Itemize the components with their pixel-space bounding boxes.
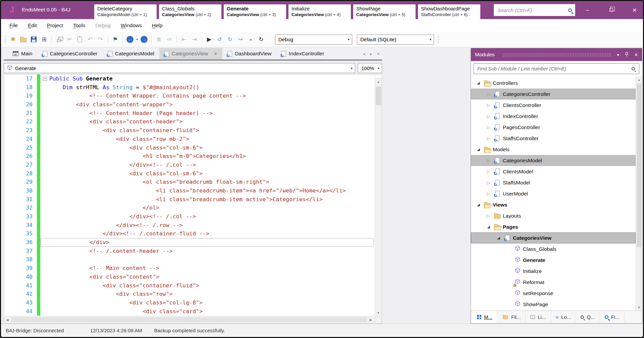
navigate-back-dropdown[interactable]: ▾ [136,38,138,41]
tree-scroll-up-button[interactable]: ▲ [636,76,642,83]
doc-tab-indexcontroller[interactable]: ↻IndexController [276,48,329,59]
tool-tab-files[interactable]: Fil... [497,311,526,323]
quick-access-tab[interactable]: Class_GlobalsCategoriesView (ctrl + 2) [159,4,221,19]
scroll-left-button[interactable]: ◀ [4,316,11,323]
find-sub-module-input[interactable]: Find Sub / Module / Line number (Ctrl+E) [474,63,639,74]
pin-icon[interactable] [625,52,629,58]
indent-button[interactable]: ⇥ [190,35,199,44]
collapsed-arrow-icon[interactable]: ▷ [484,158,493,163]
quick-access-tab[interactable]: InitializeCategoriesView (ctrl + 4) [288,4,351,19]
menu-file[interactable]: File [4,19,23,32]
expanded-arrow-icon[interactable]: ◢ [474,147,483,152]
run-button[interactable]: ▶ [205,35,214,44]
doc-tab-categoriescontroller[interactable]: ↻CategoriesController [38,48,103,59]
tree-scroll-thumb[interactable] [637,83,641,247]
collapsed-arrow-icon[interactable]: ▷ [484,180,493,185]
tree-item-clientsmodel[interactable]: ▷↻ClientsModel [471,166,636,177]
tool-tab-libraries[interactable]: Li... [526,311,551,323]
tab-scroll-right-button[interactable]: ▸ [370,51,372,56]
build-config-dropdown[interactable]: Default (SQLite)▾ [357,35,434,45]
tree-item-staffscontroller[interactable]: ▷↻StaffsController [471,133,636,144]
tree-item-views[interactable]: ◢Views [471,199,636,210]
duplicate-window-button[interactable] [54,35,63,44]
tool-tab-logs[interactable]: ≡Lo... [551,311,576,323]
collapsed-arrow-icon[interactable]: ▷ [484,114,493,119]
collapsed-arrow-icon[interactable]: ▷ [484,191,493,196]
scroll-right-button[interactable]: ▶ [368,316,374,323]
quick-access-tab[interactable]: ShowPageCategoriesView (ctrl + 5) [353,4,416,19]
menu-help[interactable]: Help [147,19,168,32]
tree-item-layouts[interactable]: ▷Layouts [471,210,636,221]
expanded-arrow-icon[interactable]: ◢ [474,203,483,207]
tree-item-controllers[interactable]: ◢Controllers [471,77,636,89]
zoom-dropdown[interactable]: 100% ▾ [358,63,382,73]
tree-item-showpage[interactable]: ShowPage [471,299,636,310]
tree-item-initialize[interactable]: Initialize [471,266,636,277]
toolbar-grip[interactable] [4,35,6,44]
quick-access-tab[interactable]: ShowDashboardPageStaffsController (ctrl … [418,4,480,19]
tab-list-dropdown-button[interactable]: ▾ [377,51,379,56]
minimize-button[interactable]: – [583,7,592,13]
scroll-down-button[interactable]: ▼ [375,309,382,316]
pause-button[interactable]: ↻ [225,35,234,44]
menu-project[interactable]: Project [42,19,68,32]
smart-string-button[interactable]: ≔ [165,35,174,44]
tree-item-pagescontroller[interactable]: ▷↻PagesController [471,122,636,133]
debug-mode-dropdown[interactable]: Debug▾ [275,35,352,45]
menu-tools[interactable]: Tools [68,19,90,32]
restart-button[interactable]: ↻ [257,35,266,44]
collapsed-arrow-icon[interactable]: ▷ [484,103,493,108]
tree-item-models[interactable]: ◢Models [471,144,636,155]
collapsed-arrow-icon[interactable]: ▷ [484,125,493,130]
code-editor[interactable]: 17−Public Sub Generate18 Dim strHTML As … [4,74,375,316]
restore-button[interactable] [607,7,615,13]
quick-access-tab[interactable]: DeleteCategoryCategoriesModel (ctrl + 1) [94,4,157,19]
tree-scroll-down-button[interactable]: ▼ [636,304,642,311]
expanded-arrow-icon[interactable]: ◢ [474,81,483,85]
package-button[interactable]: ⊞ [40,35,49,44]
resume-button[interactable]: ↺ [215,35,224,44]
sub-selector-dropdown[interactable]: Generate ▾ [4,63,355,73]
tree-item-setresponse[interactable]: setResponse [471,288,636,299]
collapsed-arrow-icon[interactable]: ▷ [484,213,493,218]
search-icon[interactable] [568,8,572,12]
outdent-button[interactable]: ⇤ [179,35,189,44]
tree-item-staffsmodel[interactable]: ▷↻StaffsModel [471,177,636,188]
editor-splitter-handle[interactable] [375,74,382,78]
tree-item-class_globals[interactable]: Class_Globals [471,243,636,255]
tree-item-pages[interactable]: ◢Pages [471,221,636,232]
tool-tab-quick-search[interactable]: Q... [576,311,600,323]
step-over-button[interactable]: ↪ [236,35,245,44]
undo-button[interactable]: ↶ [86,35,95,44]
panel-close-icon[interactable]: ✕ [634,53,638,57]
open-project-button[interactable] [19,35,28,44]
vertical-scroll-thumb[interactable] [376,87,381,105]
bookmark-button[interactable]: ⚑ [111,35,120,44]
navigate-forward-button[interactable]: → [140,35,149,44]
expanded-arrow-icon[interactable]: ◢ [494,236,503,240]
doc-tab-categoriesmodel[interactable]: ↻CategoriesModel [103,48,159,59]
tree-item-categoriesmodel[interactable]: ▷↻CategoriesModel [471,155,636,166]
tree-item-reformat[interactable]: Reformat [471,277,636,288]
fold-collapse-icon[interactable]: − [43,77,47,81]
close-icon[interactable]: ✕ [214,51,217,56]
collapsed-arrow-icon[interactable]: ▷ [484,169,493,174]
tree-item-generate[interactable]: Generate [471,255,636,266]
horizontal-scroll-thumb[interactable] [11,317,367,322]
scroll-up-button[interactable]: ▲ [375,78,382,85]
tool-tab-modules[interactable]: M... [472,311,497,323]
doc-tab-dashboardview[interactable]: ↻DashboardView [222,48,276,59]
menu-windows[interactable]: Windows [116,19,147,32]
save-button[interactable] [29,35,38,44]
menu-debug[interactable]: Debug [90,19,116,32]
redo-button[interactable]: ↷ [96,35,105,44]
close-button[interactable]: ✕ [630,7,639,13]
tree-item-usermodel[interactable]: ▷↻UserModel [471,188,636,199]
expanded-arrow-icon[interactable]: ◢ [484,225,493,229]
new-project-button[interactable]: ✱ [8,35,17,44]
comment-button[interactable]: ≣ [154,35,163,44]
doc-tab-categoriesview[interactable]: ↻CategoriesView✕ [159,48,222,59]
editor-horizontal-scrollbar[interactable]: ◀ ▶ [4,316,382,323]
quick-access-tab[interactable]: GenerateCategoriesView (ctrl + 3) [224,4,286,19]
tree-item-indexcontroller[interactable]: ▷↻IndexController [471,111,636,122]
